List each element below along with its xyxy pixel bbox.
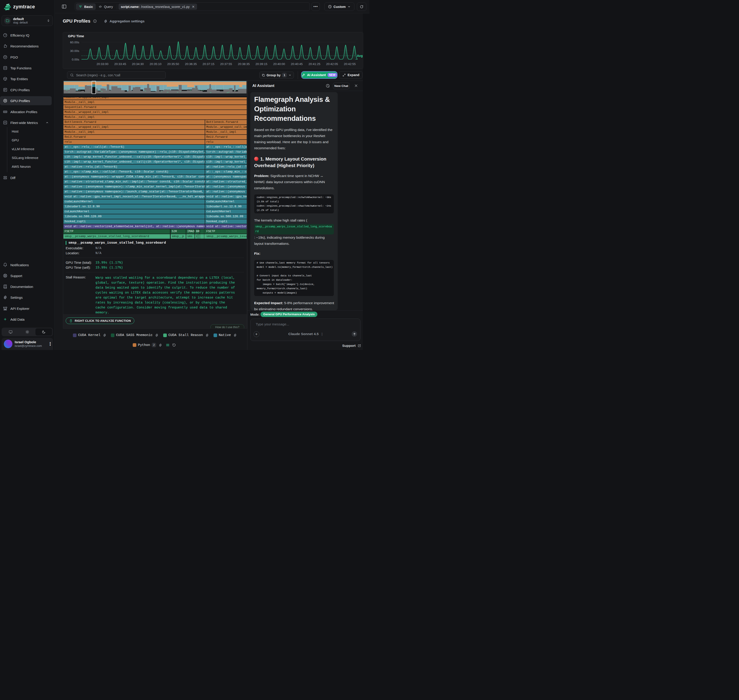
svg-text:20:34:30: 20:34:30	[132, 62, 144, 66]
svg-text:20:42:05: 20:42:05	[326, 62, 338, 66]
svg-text:20:41:25: 20:41:25	[309, 62, 320, 66]
svg-text:GPU Time: GPU Time	[68, 34, 84, 38]
svg-text:20:38:35: 20:38:35	[238, 62, 250, 66]
svg-text:20:37:15: 20:37:15	[203, 62, 215, 66]
svg-text:20:36:35: 20:36:35	[185, 62, 197, 66]
svg-text:20:40:00: 20:40:00	[273, 62, 285, 66]
svg-text:20:37:55: 20:37:55	[220, 62, 232, 66]
svg-text:20:35:10: 20:35:10	[150, 62, 162, 66]
svg-text:0.00s: 0.00s	[72, 58, 79, 61]
svg-text:20:35:50: 20:35:50	[167, 62, 179, 66]
svg-text:20:42:55: 20:42:55	[344, 62, 356, 66]
svg-text:20:40:45: 20:40:45	[291, 62, 303, 66]
svg-text:20:39:15: 20:39:15	[256, 62, 267, 66]
svg-text:30.00s: 30.00s	[70, 49, 79, 53]
svg-text:20:33:45: 20:33:45	[114, 62, 126, 66]
svg-text:Avg: Avg	[357, 54, 363, 57]
svg-text:20:33:00: 20:33:00	[97, 62, 109, 66]
svg-text:60.00s: 60.00s	[70, 41, 79, 44]
